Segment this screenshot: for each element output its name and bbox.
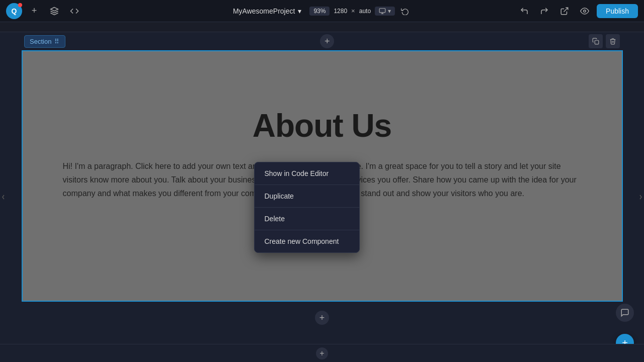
section-top-actions xyxy=(589,34,620,48)
main-area: Section ⠿ + xyxy=(0,32,644,362)
undo-button[interactable] xyxy=(516,3,532,19)
zoom-value[interactable]: 93% xyxy=(309,7,330,16)
add-above-button[interactable]: + xyxy=(320,34,334,48)
bottom-area: + xyxy=(7,302,637,334)
notification-badge xyxy=(18,3,22,7)
device-chevron: ▾ xyxy=(388,8,391,15)
code-toggle-button[interactable] xyxy=(66,3,83,19)
refresh-button[interactable] xyxy=(399,5,411,17)
svg-rect-6 xyxy=(595,40,599,44)
bottom-strip: + xyxy=(0,344,644,362)
device-selector[interactable]: ▾ xyxy=(375,7,395,16)
section-drag-handle[interactable]: ⠿ xyxy=(54,38,60,45)
toolbar: Q + MyAwesomeProject ▾ 93% 1280 × auto xyxy=(0,0,644,22)
left-panel-handle[interactable] xyxy=(0,32,7,362)
chat-button[interactable] xyxy=(616,304,634,322)
section-label-bar: Section ⠿ + xyxy=(20,32,624,50)
svg-rect-1 xyxy=(379,8,385,12)
project-chevron: ▾ xyxy=(298,7,301,15)
section-badge[interactable]: Section ⠿ xyxy=(24,35,65,48)
add-below-button[interactable]: + xyxy=(315,311,329,325)
redo-button[interactable] xyxy=(536,3,552,19)
add-element-button[interactable]: + xyxy=(26,3,42,19)
layers-button[interactable] xyxy=(46,3,62,19)
right-panel-handle[interactable] xyxy=(637,32,644,362)
svg-line-4 xyxy=(564,8,568,12)
toolbar-center: MyAwesomeProject ▾ 93% 1280 × auto ▾ xyxy=(233,5,411,17)
context-menu-show-code[interactable]: Show in Code Editor xyxy=(255,162,359,185)
context-menu: Show in Code Editor Duplicate Delete Cre… xyxy=(254,162,360,253)
bottom-add-button[interactable]: + xyxy=(316,347,328,359)
context-menu-delete[interactable]: Delete xyxy=(255,208,359,230)
toolbar-right: Publish xyxy=(516,3,638,19)
add-below-bar: + xyxy=(315,307,329,329)
section-label: Section xyxy=(30,38,51,45)
export-button[interactable] xyxy=(556,3,573,19)
canvas-wrapper: Section ⠿ + xyxy=(7,32,637,362)
context-menu-create-component[interactable]: Create new Component xyxy=(255,230,359,252)
context-menu-duplicate[interactable]: Duplicate xyxy=(255,185,359,208)
about-title[interactable]: About Us xyxy=(253,107,391,144)
section-delete-button[interactable] xyxy=(606,34,620,48)
logo-text: Q xyxy=(12,7,17,15)
page-section[interactable]: About Us Hi! I'm a paragraph. Click here… xyxy=(22,50,623,302)
project-name[interactable]: MyAwesomeProject ▾ xyxy=(233,7,301,15)
logo-button[interactable]: Q xyxy=(6,3,22,19)
ruler-bar xyxy=(0,22,644,32)
section-duplicate-button[interactable] xyxy=(589,34,603,48)
zoom-controls: 93% 1280 × auto ▾ xyxy=(309,5,411,17)
preview-button[interactable] xyxy=(577,3,593,19)
svg-point-5 xyxy=(584,10,586,12)
svg-marker-0 xyxy=(51,7,58,11)
resolution-width: 1280 xyxy=(334,8,347,15)
resolution-height: auto xyxy=(359,8,371,15)
publish-button[interactable]: Publish xyxy=(597,4,638,18)
